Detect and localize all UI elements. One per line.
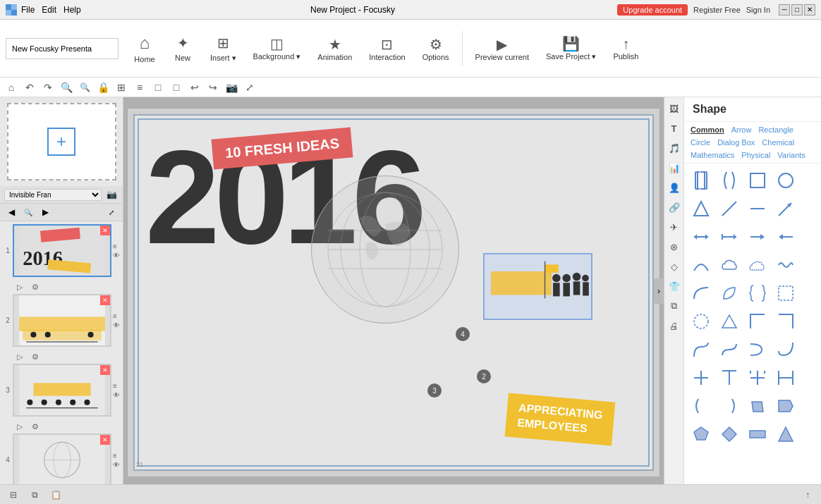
triangle-outline-shape[interactable] xyxy=(717,309,742,334)
arrow-left-right-shape[interactable] xyxy=(717,224,742,250)
background-button[interactable]: ◫ Background ▾ xyxy=(246,24,308,73)
arrow-diagonal-shape[interactable] xyxy=(773,196,798,221)
slide-visible-btn[interactable]: 👁 xyxy=(113,391,120,399)
animation-button[interactable]: ★ Animation xyxy=(310,24,359,73)
curve-angle-shape[interactable] xyxy=(688,337,714,362)
slide-menu-btn[interactable]: ≡ xyxy=(113,242,120,250)
frame-status-btn[interactable]: ⊟ xyxy=(6,487,21,503)
redo2-btn[interactable]: ↪ xyxy=(205,80,221,95)
text-tool-icon[interactable]: T xyxy=(666,120,683,137)
bracket-rounded-shape[interactable] xyxy=(717,168,742,193)
play-btn[interactable]: ▷ xyxy=(14,351,25,362)
tab-arrow[interactable]: Arrow xyxy=(729,125,754,135)
cloud-shape[interactable] xyxy=(717,252,742,278)
play-btn[interactable]: ▷ xyxy=(14,281,25,293)
add-frame-button[interactable]: + xyxy=(47,128,75,156)
insert-button[interactable]: ⊞ Insert ▾ xyxy=(203,24,243,73)
canvas-area[interactable]: 2016 10 FRESH IDEAS xyxy=(123,97,664,484)
paren-close-shape[interactable] xyxy=(717,393,742,419)
chart-tool-icon[interactable]: 📊 xyxy=(666,159,683,176)
tab-mathematics[interactable]: Mathematics xyxy=(688,150,736,160)
home-sub-btn[interactable]: ⌂ xyxy=(3,80,20,95)
double-arrow-right-shape[interactable] xyxy=(688,224,714,250)
redo-btn[interactable]: ↷ xyxy=(39,80,56,95)
triangle-up-shape[interactable] xyxy=(773,422,798,447)
settings-btn[interactable]: ⚙ xyxy=(30,351,41,362)
slide-thumbnail[interactable]: ✕ xyxy=(13,294,111,347)
shirt-tool-icon[interactable]: 👕 xyxy=(666,278,683,295)
arrow-right-fill-shape[interactable] xyxy=(773,393,798,419)
arrow-left-shape[interactable] xyxy=(773,224,798,250)
image-tool-icon[interactable]: 🖼 xyxy=(666,100,683,117)
bracket-curly-shape[interactable] xyxy=(745,281,770,306)
people-tool-icon[interactable]: 👤 xyxy=(666,179,683,196)
j-curve-shape[interactable] xyxy=(773,337,798,362)
screenshot-btn[interactable]: 📷 xyxy=(223,80,240,95)
circle-dotted-shape[interactable] xyxy=(688,309,714,334)
upgrade-button[interactable]: Upgrade account xyxy=(617,4,688,16)
cloud-jagged-shape[interactable] xyxy=(745,252,770,278)
diamond-shape[interactable] xyxy=(717,422,742,447)
grid-btn[interactable]: ⊞ xyxy=(113,80,130,95)
bracket-long-shape[interactable] xyxy=(773,365,798,391)
save-button[interactable]: 💾 Save Project ▾ xyxy=(539,24,603,73)
tab-physical[interactable]: Physical xyxy=(739,150,772,160)
corner-left-shape[interactable] xyxy=(773,309,798,334)
play-btn[interactable]: ▷ xyxy=(14,421,25,432)
curve-up-shape[interactable] xyxy=(688,252,714,278)
c-curve-shape[interactable] xyxy=(745,337,770,362)
zoom-thumb-btn[interactable]: 🔍 xyxy=(21,205,35,219)
menu-file[interactable]: File xyxy=(21,5,35,15)
undo-btn[interactable]: ↶ xyxy=(21,80,38,95)
tab-circle[interactable]: Circle xyxy=(688,137,712,147)
align-btn[interactable]: ≡ xyxy=(131,80,148,95)
arc-open-shape[interactable] xyxy=(688,281,714,306)
tab-common[interactable]: Common xyxy=(688,125,726,135)
settings-btn[interactable]: ⚙ xyxy=(30,281,41,293)
lock-btn[interactable]: 🔒 xyxy=(95,80,111,95)
zoom-out-btn[interactable]: 🔍 xyxy=(76,80,93,95)
nav-next-button[interactable]: ▶ xyxy=(38,205,52,219)
tab-chemical[interactable]: Chemical xyxy=(760,137,796,147)
link-tool-icon[interactable]: 🔗 xyxy=(666,199,683,216)
print-tool-icon[interactable]: 🖨 xyxy=(666,317,683,334)
new-button[interactable]: ✦ New xyxy=(165,24,200,73)
menu-help[interactable]: Help xyxy=(63,5,81,15)
slide-menu-btn[interactable]: ≡ xyxy=(113,382,120,390)
tab-rectangle[interactable]: Rectangle xyxy=(756,125,796,135)
media-tool-icon[interactable]: 🎵 xyxy=(666,140,683,156)
plane-tool-icon[interactable]: ✈ xyxy=(666,219,683,235)
shape-tool-icon[interactable]: ◇ xyxy=(666,258,683,275)
maximize-button[interactable]: □ xyxy=(791,4,803,16)
slide-visible-btn[interactable]: 👁 xyxy=(113,321,120,329)
square-shape[interactable] xyxy=(745,168,770,193)
slide-menu-btn[interactable]: ≡ xyxy=(113,312,120,320)
arrow-right-shape[interactable] xyxy=(745,224,770,250)
settings-btn[interactable]: ⚙ xyxy=(30,421,41,432)
options-button[interactable]: ⚙ Options xyxy=(415,24,456,73)
camera-button[interactable]: 📷 xyxy=(104,188,118,202)
slide-thumbnail[interactable]: ✕ xyxy=(13,364,111,417)
mask-tool-icon[interactable]: ⊛ xyxy=(666,238,683,255)
circle-outline-shape[interactable] xyxy=(773,168,798,193)
nav-prev-button[interactable]: ◀ xyxy=(4,205,18,219)
tab-variants[interactable]: Variants xyxy=(775,150,808,160)
slide-close-button[interactable]: ✕ xyxy=(100,295,110,305)
signin-button[interactable]: Sign In xyxy=(746,6,770,14)
zoom-in-btn[interactable]: 🔍 xyxy=(58,80,75,95)
rectangle-wide-shape[interactable] xyxy=(745,422,770,447)
arc-closed-shape[interactable] xyxy=(717,281,742,306)
pentagon-shape[interactable] xyxy=(688,422,714,447)
publish-button[interactable]: ↑ Publish xyxy=(606,24,645,73)
cross-bracket-shape[interactable] xyxy=(745,365,770,391)
paren-open-shape[interactable] xyxy=(688,393,714,419)
bracket-left-shape[interactable] xyxy=(688,168,714,193)
cross-t-shape[interactable] xyxy=(717,365,742,391)
minimize-button[interactable]: ─ xyxy=(779,4,790,16)
wave-shape[interactable] xyxy=(773,252,798,278)
fullscreen-btn[interactable]: ⤢ xyxy=(104,205,118,219)
menu-edit[interactable]: Edit xyxy=(42,5,56,15)
slide-thumbnail[interactable]: ✕ xyxy=(13,434,111,484)
layers-tool-icon[interactable]: ⧉ xyxy=(666,297,683,314)
send-back-btn[interactable]: □ xyxy=(150,80,166,95)
